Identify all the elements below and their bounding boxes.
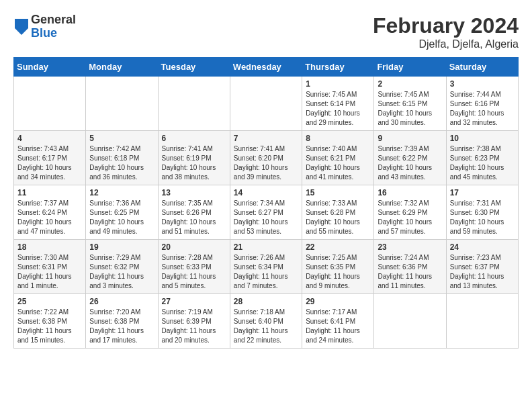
calendar-day-cell: 8Sunrise: 7:40 AMSunset: 6:21 PMDaylight… xyxy=(302,131,374,185)
calendar-week-row: 11Sunrise: 7:37 AMSunset: 6:24 PMDayligh… xyxy=(14,185,519,240)
day-number: 18 xyxy=(17,242,82,252)
day-number: 21 xyxy=(234,242,298,252)
calendar-table: SundayMondayTuesdayWednesdayThursdayFrid… xyxy=(13,57,519,349)
calendar-day-cell: 9Sunrise: 7:39 AMSunset: 6:22 PMDaylight… xyxy=(374,131,446,185)
day-number: 11 xyxy=(17,188,82,197)
calendar-header-row: SundayMondayTuesdayWednesdayThursdayFrid… xyxy=(14,58,519,77)
calendar-day-cell: 27Sunrise: 7:19 AMSunset: 6:39 PMDayligh… xyxy=(158,294,230,349)
calendar-day-cell: 14Sunrise: 7:34 AMSunset: 6:27 PMDayligh… xyxy=(230,185,302,240)
calendar-day-cell: 28Sunrise: 7:18 AMSunset: 6:40 PMDayligh… xyxy=(230,294,302,349)
calendar-day-cell: 25Sunrise: 7:22 AMSunset: 6:38 PMDayligh… xyxy=(14,294,86,349)
day-info: Sunrise: 7:26 AMSunset: 6:34 PMDaylight:… xyxy=(234,253,298,291)
day-number: 28 xyxy=(234,297,298,306)
day-info: Sunrise: 7:28 AMSunset: 6:33 PMDaylight:… xyxy=(162,253,226,291)
calendar-day-cell: 2Sunrise: 7:45 AMSunset: 6:15 PMDaylight… xyxy=(374,77,446,131)
day-of-week-header: Saturday xyxy=(446,58,518,77)
calendar-day-cell: 18Sunrise: 7:30 AMSunset: 6:31 PMDayligh… xyxy=(14,240,86,294)
calendar-day-cell: 12Sunrise: 7:36 AMSunset: 6:25 PMDayligh… xyxy=(86,185,158,240)
day-number: 12 xyxy=(89,188,154,197)
day-of-week-header: Sunday xyxy=(14,58,86,77)
calendar-empty-cell xyxy=(158,77,230,131)
calendar-empty-cell xyxy=(230,77,302,131)
day-info: Sunrise: 7:17 AMSunset: 6:41 PMDaylight:… xyxy=(306,308,370,345)
day-info: Sunrise: 7:30 AMSunset: 6:31 PMDaylight:… xyxy=(17,253,82,291)
day-info: Sunrise: 7:40 AMSunset: 6:21 PMDaylight:… xyxy=(306,144,370,182)
day-number: 22 xyxy=(306,242,370,252)
calendar-day-cell: 13Sunrise: 7:35 AMSunset: 6:26 PMDayligh… xyxy=(158,185,230,240)
day-number: 5 xyxy=(89,134,154,143)
calendar-day-cell: 10Sunrise: 7:38 AMSunset: 6:23 PMDayligh… xyxy=(446,131,518,185)
day-info: Sunrise: 7:34 AMSunset: 6:27 PMDaylight:… xyxy=(234,199,298,236)
day-info: Sunrise: 7:36 AMSunset: 6:25 PMDaylight:… xyxy=(89,199,154,236)
day-info: Sunrise: 7:43 AMSunset: 6:17 PMDaylight:… xyxy=(17,144,82,182)
calendar-day-cell: 7Sunrise: 7:41 AMSunset: 6:20 PMDaylight… xyxy=(230,131,302,185)
day-info: Sunrise: 7:25 AMSunset: 6:35 PMDaylight:… xyxy=(306,253,370,291)
calendar-title: February 2024 xyxy=(373,13,519,38)
calendar-empty-cell xyxy=(446,294,518,349)
calendar-day-cell: 29Sunrise: 7:17 AMSunset: 6:41 PMDayligh… xyxy=(302,294,374,349)
day-number: 2 xyxy=(378,79,442,89)
day-info: Sunrise: 7:38 AMSunset: 6:23 PMDaylight:… xyxy=(450,144,515,182)
day-number: 3 xyxy=(450,79,515,89)
day-info: Sunrise: 7:32 AMSunset: 6:29 PMDaylight:… xyxy=(378,199,442,236)
page-header: General Blue February 2024 Djelfa, Djelf… xyxy=(13,13,519,50)
day-number: 26 xyxy=(89,297,154,306)
calendar-day-cell: 23Sunrise: 7:24 AMSunset: 6:36 PMDayligh… xyxy=(374,240,446,294)
calendar-day-cell: 16Sunrise: 7:32 AMSunset: 6:29 PMDayligh… xyxy=(374,185,446,240)
calendar-day-cell: 17Sunrise: 7:31 AMSunset: 6:30 PMDayligh… xyxy=(446,185,518,240)
day-number: 16 xyxy=(378,188,442,197)
calendar-day-cell: 26Sunrise: 7:20 AMSunset: 6:38 PMDayligh… xyxy=(86,294,158,349)
day-info: Sunrise: 7:19 AMSunset: 6:39 PMDaylight:… xyxy=(162,308,226,345)
day-number: 27 xyxy=(162,297,226,306)
calendar-week-row: 1Sunrise: 7:45 AMSunset: 6:14 PMDaylight… xyxy=(14,77,519,131)
day-of-week-header: Tuesday xyxy=(158,58,230,77)
day-number: 20 xyxy=(162,242,226,252)
calendar-week-row: 25Sunrise: 7:22 AMSunset: 6:38 PMDayligh… xyxy=(14,294,519,349)
calendar-day-cell: 22Sunrise: 7:25 AMSunset: 6:35 PMDayligh… xyxy=(302,240,374,294)
calendar-day-cell: 6Sunrise: 7:41 AMSunset: 6:19 PMDaylight… xyxy=(158,131,230,185)
calendar-empty-cell xyxy=(14,77,86,131)
day-info: Sunrise: 7:45 AMSunset: 6:15 PMDaylight:… xyxy=(378,90,442,128)
day-number: 10 xyxy=(450,134,515,143)
day-number: 1 xyxy=(306,79,370,89)
day-number: 19 xyxy=(89,242,154,252)
svg-marker-0 xyxy=(15,19,28,35)
day-info: Sunrise: 7:23 AMSunset: 6:37 PMDaylight:… xyxy=(450,253,515,291)
day-info: Sunrise: 7:31 AMSunset: 6:30 PMDaylight:… xyxy=(450,199,515,236)
day-number: 23 xyxy=(378,242,442,252)
calendar-day-cell: 19Sunrise: 7:29 AMSunset: 6:32 PMDayligh… xyxy=(86,240,158,294)
calendar-day-cell: 24Sunrise: 7:23 AMSunset: 6:37 PMDayligh… xyxy=(446,240,518,294)
day-number: 29 xyxy=(306,297,370,306)
day-info: Sunrise: 7:29 AMSunset: 6:32 PMDaylight:… xyxy=(89,253,154,291)
calendar-day-cell: 1Sunrise: 7:45 AMSunset: 6:14 PMDaylight… xyxy=(302,77,374,131)
day-of-week-header: Friday xyxy=(374,58,446,77)
day-info: Sunrise: 7:41 AMSunset: 6:20 PMDaylight:… xyxy=(234,144,298,182)
calendar-empty-cell xyxy=(86,77,158,131)
day-info: Sunrise: 7:22 AMSunset: 6:38 PMDaylight:… xyxy=(17,308,82,345)
logo-general-text: General xyxy=(31,13,76,27)
calendar-day-cell: 21Sunrise: 7:26 AMSunset: 6:34 PMDayligh… xyxy=(230,240,302,294)
day-number: 8 xyxy=(306,134,370,143)
day-of-week-header: Thursday xyxy=(302,58,374,77)
day-number: 17 xyxy=(450,188,515,197)
calendar-subtitle: Djelfa, Djelfa, Algeria xyxy=(373,38,519,50)
day-of-week-header: Monday xyxy=(86,58,158,77)
logo-blue-text: Blue xyxy=(31,27,76,40)
day-info: Sunrise: 7:33 AMSunset: 6:28 PMDaylight:… xyxy=(306,199,370,236)
day-info: Sunrise: 7:18 AMSunset: 6:40 PMDaylight:… xyxy=(234,308,298,345)
day-number: 14 xyxy=(234,188,298,197)
day-number: 13 xyxy=(162,188,226,197)
calendar-day-cell: 4Sunrise: 7:43 AMSunset: 6:17 PMDaylight… xyxy=(14,131,86,185)
calendar-week-row: 4Sunrise: 7:43 AMSunset: 6:17 PMDaylight… xyxy=(14,131,519,185)
day-number: 24 xyxy=(450,242,515,252)
day-number: 9 xyxy=(378,134,442,143)
calendar-day-cell: 15Sunrise: 7:33 AMSunset: 6:28 PMDayligh… xyxy=(302,185,374,240)
calendar-day-cell: 3Sunrise: 7:44 AMSunset: 6:16 PMDaylight… xyxy=(446,77,518,131)
day-info: Sunrise: 7:24 AMSunset: 6:36 PMDaylight:… xyxy=(378,253,442,291)
day-info: Sunrise: 7:42 AMSunset: 6:18 PMDaylight:… xyxy=(89,144,154,182)
calendar-day-cell: 11Sunrise: 7:37 AMSunset: 6:24 PMDayligh… xyxy=(14,185,86,240)
day-number: 25 xyxy=(17,297,82,306)
day-number: 15 xyxy=(306,188,370,197)
logo: General Blue xyxy=(13,13,76,40)
title-section: February 2024 Djelfa, Djelfa, Algeria xyxy=(373,13,519,50)
